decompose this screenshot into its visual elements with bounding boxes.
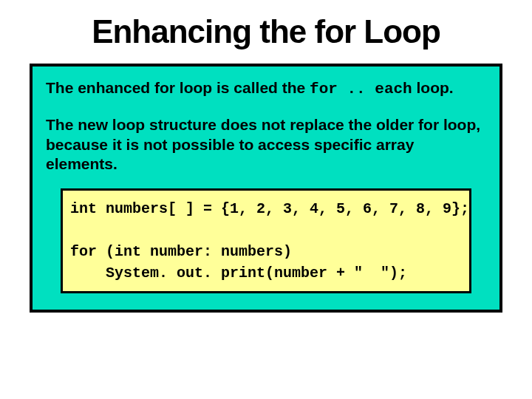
para1-text-a: The enhanced for loop is called the <box>46 79 310 96</box>
paragraph-1: The enhanced for loop is called the for … <box>46 78 486 99</box>
content-panel: The enhanced for loop is called the for … <box>30 64 502 313</box>
para1-text-b: loop. <box>412 79 454 96</box>
paragraph-2: The new loop structure does not replace … <box>46 115 486 174</box>
slide: Enhancing the for Loop The enhanced for … <box>0 0 532 399</box>
slide-title: Enhancing the for Loop <box>30 13 502 50</box>
keyword-for-each: for .. each <box>310 81 412 98</box>
code-example: int numbers[ ] = {1, 2, 3, 4, 5, 6, 7, 8… <box>61 188 471 293</box>
